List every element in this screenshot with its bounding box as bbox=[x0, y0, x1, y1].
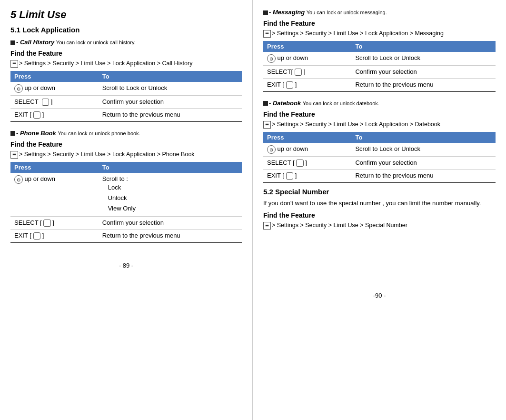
messaging-desc: You can lock or unlock messaging. bbox=[307, 10, 387, 15]
table-row: EXIT [ ] Return to the previous menu bbox=[10, 229, 242, 242]
section-5-1-block: 5.1 Lock Application bbox=[10, 26, 242, 34]
press-cell: EXIT [ ] bbox=[263, 169, 351, 182]
press-cell: ⊙ up or down bbox=[10, 173, 99, 217]
phone-book-heading: - Phone Book You can lock or unlock phon… bbox=[10, 130, 242, 137]
to-cell: Scroll to : LockUnlockView Only bbox=[99, 173, 242, 217]
menu-icon-3: ☰ bbox=[263, 30, 271, 38]
table-phone-book: Press To ⊙ up or down Scroll to : LockUn… bbox=[10, 162, 242, 243]
to-cell: Confirm your selection bbox=[351, 156, 496, 169]
to-cell: Scroll to Lock or Unlock bbox=[99, 82, 242, 96]
select-btn-3 bbox=[295, 69, 302, 76]
find-feature-2-right: Find the Feature bbox=[263, 110, 496, 118]
exit-btn-4 bbox=[286, 172, 294, 180]
table-row: EXIT [ ] Return to the previous menu bbox=[263, 78, 496, 91]
th-to-4: To bbox=[351, 132, 496, 143]
page-title-block: 5 Limit Use bbox=[10, 9, 242, 21]
table-row: EXIT [ ] Return to the previous menu bbox=[10, 108, 242, 121]
scroll-icon-3: ⊙ bbox=[267, 54, 276, 63]
nav-path-1-right: ☰> Settings > Security > Limit Use > Loc… bbox=[263, 29, 496, 38]
square-icon-date bbox=[263, 101, 268, 106]
menu-icon-2: ☰ bbox=[10, 151, 18, 159]
press-cell: EXIT [ ] bbox=[10, 108, 99, 121]
press-cell: SELECT ] bbox=[10, 95, 99, 108]
press-cell: SELECT [ ] bbox=[263, 156, 351, 169]
scroll-icon-1: ⊙ bbox=[14, 84, 23, 93]
table-row: SELECT[ ] Confirm your selection bbox=[263, 65, 496, 78]
page-number-left: - 89 - bbox=[10, 262, 242, 269]
to-cell: Scroll to Lock or Unlock bbox=[351, 143, 496, 157]
press-cell: ⊙ up or down bbox=[10, 82, 99, 96]
to-cell: Return to the previous menu bbox=[99, 229, 242, 242]
table-call-history: Press To ⊙ up or down Scroll to Lock or … bbox=[10, 71, 242, 122]
th-to-1: To bbox=[99, 71, 242, 82]
find-feature-2-left: Find the Feature bbox=[10, 140, 242, 148]
nav-path-3-right: ☰> Settings > Security > Limit Use > Spe… bbox=[263, 221, 496, 230]
press-cell: ⊙ up or down bbox=[263, 52, 351, 66]
datebook-heading: - Datebook You can lock or unlock datebo… bbox=[263, 100, 496, 107]
menu-icon-1: ☰ bbox=[10, 60, 18, 68]
page-container: 5 Limit Use 5.1 Lock Application - Call … bbox=[0, 0, 506, 420]
to-cell: Confirm your selection bbox=[99, 216, 242, 229]
phone-book-desc: You can lock or unlock phone book. bbox=[58, 130, 140, 136]
special-number-section: 5.2 Special Number If you don't want to … bbox=[263, 188, 496, 230]
nav-path-2-left: ☰> Settings > Security > Limit Use > Loc… bbox=[10, 150, 242, 159]
phone-book-label: - Phone Book bbox=[16, 130, 56, 137]
to-cell: Scroll to Lock or Unlock bbox=[351, 52, 496, 66]
to-cell: Return to the previous menu bbox=[351, 78, 496, 91]
select-btn-4 bbox=[296, 160, 304, 167]
messaging-block: - Messaging You can lock or unlock messa… bbox=[263, 9, 496, 92]
find-feature-1-right: Find the Feature bbox=[263, 20, 496, 27]
call-history-heading: - Call History You can lock or unlock ca… bbox=[10, 39, 242, 46]
press-cell: EXIT [ ] bbox=[10, 229, 99, 242]
call-history-label: - Call History bbox=[16, 39, 54, 46]
exit-btn-2 bbox=[33, 232, 41, 240]
section-5-2-title: 5.2 Special Number bbox=[263, 188, 496, 196]
exit-btn-1 bbox=[33, 111, 41, 119]
select-btn-1 bbox=[42, 99, 50, 106]
th-to-2: To bbox=[99, 162, 242, 173]
th-press-2: Press bbox=[10, 162, 99, 173]
page-number-right: -90 - bbox=[263, 292, 496, 299]
right-column: - Messaging You can lock or unlock messa… bbox=[253, 0, 506, 420]
left-column: 5 Limit Use 5.1 Lock Application - Call … bbox=[0, 0, 253, 420]
special-number-text: If you don't want to use the special num… bbox=[263, 199, 496, 208]
messaging-heading: - Messaging You can lock or unlock messa… bbox=[263, 9, 496, 16]
th-press-4: Press bbox=[263, 132, 351, 143]
to-cell: Return to the previous menu bbox=[351, 169, 496, 182]
datebook-label: - Datebook bbox=[269, 100, 301, 107]
menu-icon-5: ☰ bbox=[263, 222, 271, 230]
phone-book-block: - Phone Book You can lock or unlock phon… bbox=[10, 130, 242, 243]
th-press-1: Press bbox=[10, 71, 99, 82]
press-cell: SELECT[ ] bbox=[263, 65, 351, 78]
nav-path-1-left: ☰> Settings > Security > Limit Use > Loc… bbox=[10, 59, 242, 68]
to-cell: Confirm your selection bbox=[351, 65, 496, 78]
find-feature-3-right: Find the Feature bbox=[263, 211, 496, 219]
table-row: SELECT ] Confirm your selection bbox=[10, 95, 242, 108]
call-history-desc: You can lock or unlock call history. bbox=[56, 40, 136, 45]
square-icon-msg bbox=[263, 10, 268, 15]
th-to-3: To bbox=[351, 41, 496, 52]
table-datebook: Press To ⊙ up or down Scroll to Lock or … bbox=[263, 132, 496, 183]
table-row: ⊙ up or down Scroll to Lock or Unlock bbox=[263, 143, 496, 157]
call-history-block: - Call History You can lock or unlock ca… bbox=[10, 39, 242, 122]
table-row: ⊙ up or down Scroll to Lock or Unlock bbox=[10, 82, 242, 96]
table-row: EXIT [ ] Return to the previous menu bbox=[263, 169, 496, 182]
th-press-3: Press bbox=[263, 41, 351, 52]
menu-icon-4: ☰ bbox=[263, 121, 271, 129]
press-cell: EXIT [ ] bbox=[263, 78, 351, 91]
table-row: SELECT [ ] Confirm your selection bbox=[10, 216, 242, 229]
to-cell: Return to the previous menu bbox=[99, 108, 242, 121]
to-cell: Confirm your selection bbox=[99, 95, 242, 108]
section-5-1-title: 5.1 Lock Application bbox=[10, 26, 242, 34]
datebook-desc: You can lock or unlock datebook. bbox=[303, 100, 379, 106]
find-feature-1-left: Find the Feature bbox=[10, 50, 242, 57]
scroll-icon-2: ⊙ bbox=[14, 175, 23, 184]
scroll-icon-4: ⊙ bbox=[267, 145, 276, 154]
page-title: 5 Limit Use bbox=[10, 9, 242, 21]
press-cell: SELECT [ ] bbox=[10, 216, 99, 229]
table-row: SELECT [ ] Confirm your selection bbox=[263, 156, 496, 169]
table-messaging: Press To ⊙ up or down Scroll to Lock or … bbox=[263, 41, 496, 92]
datebook-block: - Datebook You can lock or unlock datebo… bbox=[263, 100, 496, 183]
messaging-label: - Messaging bbox=[269, 9, 305, 16]
table-row: ⊙ up or down Scroll to : LockUnlockView … bbox=[10, 173, 242, 217]
